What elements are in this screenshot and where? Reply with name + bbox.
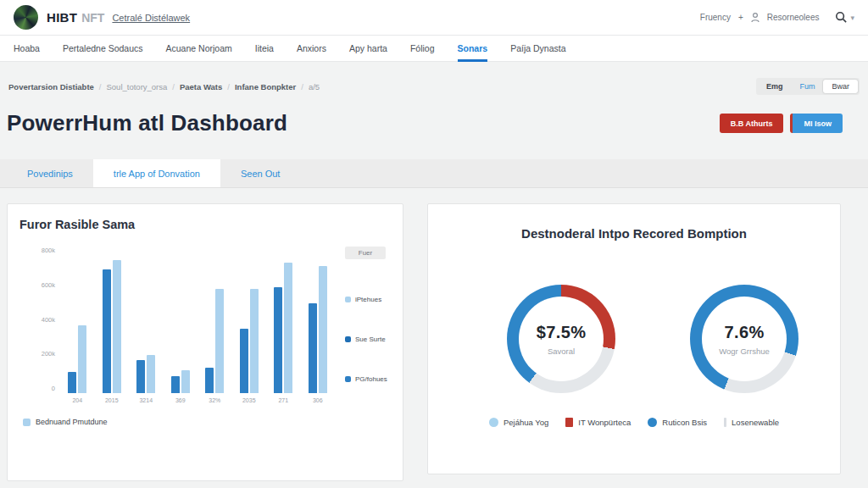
breadcrumb: Povertarsion Distiabte/Soul_totory_orsa/… (8, 82, 320, 92)
x-axis-label: 306 (313, 397, 323, 406)
brand-suffix: NFT (81, 11, 104, 25)
legend-label: Pejáhua Yog (504, 418, 548, 427)
bar-iptehues (319, 266, 327, 393)
tab-povedinips[interactable]: Povedinips (7, 159, 93, 187)
bar-iptehues (147, 355, 155, 393)
breadcrumb-item[interactable]: a/5 (309, 82, 320, 92)
legend-label: Sue Surte (355, 336, 386, 343)
bar-sue-surte (240, 329, 248, 393)
footer-legend-item: Bednuand Pmutdune (23, 418, 108, 426)
breadcrumb-item[interactable]: Povertarsion Distiabte (8, 82, 94, 92)
legend-item: Losenewable (724, 418, 779, 427)
legend-label: Ruticon Bsis (662, 418, 707, 427)
title-actions: B.B Athurts MI Isow (720, 114, 843, 133)
brand-logo-icon (14, 5, 38, 30)
bar-iptehues (284, 263, 292, 393)
bar-sue-surte (309, 303, 317, 393)
search-control[interactable]: ▾ (835, 11, 854, 24)
title-row: PowerrHum atl Dashboard B.B Athurts MI I… (7, 110, 843, 136)
x-axis-label: 369 (175, 397, 186, 406)
bar-iptehues (78, 325, 86, 393)
breadcrumb-item[interactable]: Infane Bonpkter (235, 82, 296, 92)
donut-value: $7.5% (537, 323, 587, 342)
legend-label: Bednuand Pmutdune (36, 418, 108, 426)
brand-link[interactable]: Cetralé Distélawek (112, 13, 190, 23)
y-axis-ticks: 800k600k400k200k0 (23, 247, 55, 392)
bar-group: 32% (205, 250, 224, 406)
bar-pair (274, 250, 292, 393)
tab-trle-app-of-donvation[interactable]: trle App of Donvation (93, 159, 220, 187)
page-title: PowerrHum atl Dashboard (7, 110, 287, 136)
bar-sue-surte (68, 372, 76, 393)
breadcrumb-item[interactable]: Paeta Wats (180, 82, 222, 92)
bar-group: 2015 (103, 250, 121, 406)
legend-swatch (345, 297, 351, 302)
donut-legend: Pejáhua YogIT WonpürtecaRuticon BsisLose… (428, 418, 840, 427)
breadcrumb-item[interactable]: Soul_totory_orsa (106, 82, 167, 92)
bar-group: 3214 (136, 250, 155, 406)
y-tick-label: 400k (42, 316, 55, 324)
y-tick-label: 800k (42, 247, 55, 254)
y-tick-label: 600k (42, 281, 55, 289)
bar-pair (171, 250, 190, 393)
bar-group: 204 (68, 250, 86, 406)
x-axis-label: 271 (278, 397, 288, 406)
donut-label: Savoral (548, 347, 575, 356)
tab-strip: Povedinipstrle App of DonvationSeen Out (0, 159, 868, 188)
bar-sue-surte (136, 360, 145, 393)
legend-swatch (724, 418, 726, 427)
y-tick-label: 200k (42, 350, 55, 358)
breadcrumb-separator: / (99, 82, 102, 92)
donut-chart-left: $7.5% Savoral (507, 285, 615, 393)
x-axis-label: 2015 (105, 397, 119, 406)
bar-sue-surte (171, 376, 180, 393)
bar-group: 369 (171, 250, 190, 406)
legend-swatch (648, 418, 657, 427)
search-icon[interactable] (835, 11, 848, 24)
bar-group: 2035 (240, 250, 259, 406)
legend-label: IT Wonpürteca (578, 418, 631, 427)
bar-iptehues (215, 289, 224, 393)
legend-item: IT Wonpürteca (565, 418, 631, 427)
nav-item-pa-ja-dynasta[interactable]: Paíja Dynasta (510, 36, 565, 62)
nav-item-acuane-norjoam[interactable]: Acuane Norjoam (166, 36, 232, 62)
legend-swatch (489, 418, 498, 427)
legend-item: Sue Surte (345, 336, 387, 343)
x-axis-label: 204 (72, 397, 82, 406)
bar-chart-legend: iPtehuesSue SurtePG/fohues (345, 296, 387, 383)
view-toggle-option[interactable]: Fum (791, 80, 823, 93)
nav-item-anxiors[interactable]: Anxiors (297, 36, 326, 62)
view-toggle: EmgFumBwar (756, 78, 860, 95)
donut-label: Wogr Grrshue (719, 347, 769, 356)
view-toggle-option[interactable]: Bwar (823, 80, 858, 93)
legend-item: Ruticon Bsis (648, 418, 707, 427)
nav-item-pertaledne-sodaucs[interactable]: Pertaledne Sodaucs (63, 36, 143, 62)
bar-chart-panel: Furor Rasible Sama Fuer 800k600k400k200k… (7, 203, 403, 481)
bar-iptehues (181, 370, 190, 393)
danger-action-button[interactable]: B.B Athurts (720, 114, 784, 133)
legend-label: iPtehues (355, 296, 381, 303)
bar-chart: 2042015321436932%2035271306 (60, 250, 335, 406)
header-link-frequency[interactable]: Fruency (700, 13, 731, 22)
legend-label: PG/fohues (355, 375, 387, 383)
bar-pair (240, 250, 259, 393)
nav-item-iiteia[interactable]: Iiteia (255, 36, 274, 62)
legend-swatch (23, 419, 31, 426)
nav-item-f-liog[interactable]: Fóliog (410, 36, 435, 62)
tab-seen-out[interactable]: Seen Out (220, 159, 300, 187)
nav-item-sonars[interactable]: Sonars (458, 36, 488, 62)
chevron-down-icon[interactable]: ▾ (850, 14, 854, 22)
primary-action-button[interactable]: MI Isow (790, 114, 843, 133)
chart-filter-button[interactable]: Fuer (345, 247, 386, 259)
breadcrumb-row: Povertarsion Distiabte/Soul_totory_orsa/… (8, 78, 860, 95)
legend-item: Pejáhua Yog (489, 418, 548, 427)
top-header: HIBT NFT Cetralé Distélawek Fruency + Re… (0, 0, 868, 36)
header-link-permissions[interactable]: Resorneolees (767, 13, 820, 22)
legend-label: Losenewable (732, 418, 779, 427)
nav-item-apy-harta[interactable]: Apy harta (349, 36, 387, 62)
bar-sue-surte (274, 287, 282, 393)
donut-value: 7.6% (724, 323, 764, 342)
nav-item-hoaba[interactable]: Hoaba (14, 36, 40, 62)
view-toggle-option[interactable]: Emg (758, 80, 792, 93)
brand-name: HIBT (47, 10, 77, 25)
